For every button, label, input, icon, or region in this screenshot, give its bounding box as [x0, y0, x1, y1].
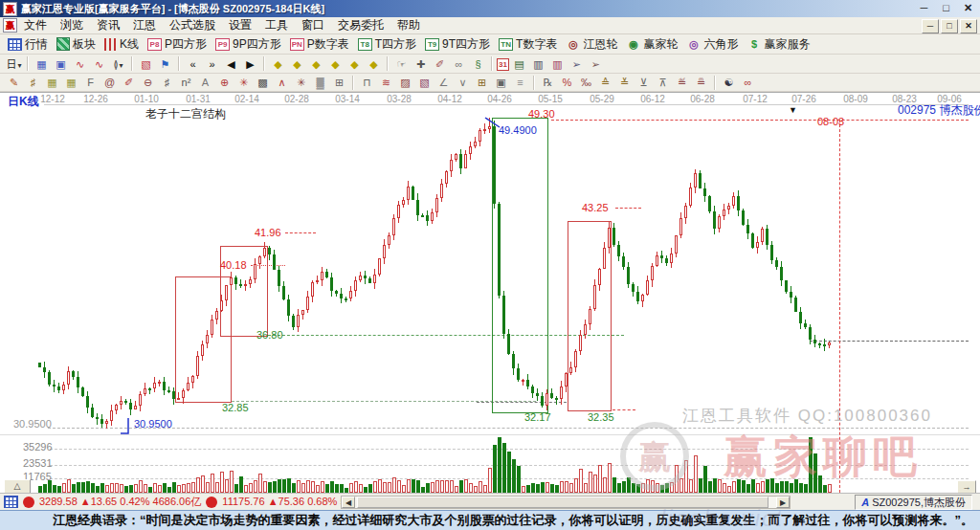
next-bar-icon[interactable]: ▶: [241, 56, 259, 72]
rays-icon[interactable]: ≋: [377, 75, 395, 90]
scroll-right-button[interactable]: →: [957, 480, 976, 494]
toolbar-quotes-button[interactable]: 行情: [5, 35, 53, 54]
save-disk-icon[interactable]: ▥: [548, 56, 567, 72]
tab-daily-kline[interactable]: 日K线: [8, 94, 39, 110]
quote-grid-icon[interactable]: [4, 496, 18, 508]
prev-bar-icon[interactable]: ◀: [222, 56, 240, 72]
lines-icon[interactable]: ≡: [511, 75, 529, 90]
window-layout-icon[interactable]: ▦: [33, 56, 51, 72]
calculator-icon[interactable]: ▤: [510, 56, 528, 72]
info-panel-icon[interactable]: ▣: [52, 56, 70, 72]
gann-diamond-6-icon[interactable]: ◆: [365, 56, 383, 72]
glasses-icon[interactable]: ∞: [450, 56, 468, 72]
menu-设置[interactable]: 设置: [222, 17, 258, 33]
ellipse-tool-icon[interactable]: ⊖: [139, 75, 157, 90]
down-wedge-icon[interactable]: ⊻: [635, 75, 653, 90]
hash2-icon[interactable]: ♯: [158, 75, 176, 90]
angle-tool-icon[interactable]: A: [196, 75, 214, 90]
toolbar-hexagon-button[interactable]: ◎六角形: [683, 35, 743, 54]
eq1-icon[interactable]: ≝: [673, 75, 691, 90]
menu-公式选股[interactable]: 公式选股: [163, 17, 222, 33]
toolbar-gann-wheel-button[interactable]: ◎江恩轮: [563, 35, 622, 54]
crosshair-icon[interactable]: ✚: [412, 56, 430, 72]
mdi-close-icon[interactable]: ✕: [960, 19, 977, 33]
angle-line-icon[interactable]: ∠: [434, 75, 453, 90]
shade-box-icon[interactable]: ▨: [396, 75, 414, 90]
burst2-icon[interactable]: ✳: [292, 75, 310, 90]
gann-diamond-4-icon[interactable]: ◆: [326, 56, 345, 72]
box-top-icon[interactable]: ⊓: [358, 75, 376, 90]
menu-浏览[interactable]: 浏览: [54, 17, 90, 33]
toolbar-sectors-button[interactable]: 板块: [54, 35, 100, 54]
hash-grid-icon[interactable]: ♯: [24, 75, 42, 90]
toolbar-9p-square-button[interactable]: P99P四方形: [212, 35, 286, 54]
infinity-icon[interactable]: ∞: [739, 75, 757, 90]
toolbar-winner-wheel-button[interactable]: ◉赢家轮: [623, 35, 682, 54]
yin-yang-icon[interactable]: ☯: [720, 75, 738, 90]
red-pen-icon[interactable]: ✐: [120, 75, 138, 90]
gann-diamond-2-icon[interactable]: ◆: [288, 56, 306, 72]
spiral-icon[interactable]: @: [100, 75, 119, 90]
maximize-icon[interactable]: □: [938, 1, 954, 15]
calendar-icon[interactable]: 31: [497, 58, 509, 71]
approx2-icon[interactable]: ≚: [615, 75, 634, 90]
export-icon[interactable]: ➢: [568, 56, 586, 72]
approx-icon[interactable]: ≙: [596, 75, 614, 90]
shade-box2-icon[interactable]: ▧: [415, 75, 434, 90]
rx-percent-icon[interactable]: ℞: [539, 75, 557, 90]
gann-diamond-3-icon[interactable]: ◆: [307, 56, 325, 72]
fibonacci-icon[interactable]: F: [81, 75, 100, 90]
n-square-icon[interactable]: n²: [177, 75, 195, 90]
close-icon[interactable]: ✕: [960, 1, 976, 15]
grid-plus-icon[interactable]: ⊞: [473, 75, 491, 90]
gann-diamond-1-icon[interactable]: ◆: [269, 56, 287, 72]
candle-style-selector[interactable]: ≬▾: [109, 56, 127, 72]
gann-diamond-5-icon[interactable]: ◆: [345, 56, 364, 72]
gann-overlay-icon[interactable]: ▧: [137, 56, 155, 72]
trend-curve-icon[interactable]: ∿: [71, 56, 89, 72]
toolbar-kline-button[interactable]: K线: [101, 35, 144, 54]
last-bar-icon[interactable]: »: [203, 56, 221, 72]
expand-volume-button[interactable]: △: [4, 479, 31, 494]
grid-box-icon[interactable]: ⊞: [330, 75, 348, 90]
multi-curve-icon[interactable]: ∿: [90, 56, 108, 72]
eq2-icon[interactable]: ≞: [692, 75, 710, 90]
mdi-minimize-icon[interactable]: ─: [922, 19, 939, 33]
period-day-selector[interactable]: 日▾: [5, 56, 23, 72]
scrollbar-left-icon[interactable]: ◀: [342, 497, 355, 508]
toolbar-p-number-table-button[interactable]: PNP数字表: [287, 35, 354, 54]
toolbar-winner-service-button[interactable]: $赢家服务: [744, 35, 814, 54]
permille-icon[interactable]: ‰: [577, 75, 595, 90]
up-wedge-icon[interactable]: ⊼: [654, 75, 672, 90]
menu-工具[interactable]: 工具: [258, 17, 295, 33]
toolbar-9t-square-button[interactable]: T99T四方形: [422, 35, 495, 54]
net-grid-icon[interactable]: ▩: [254, 75, 272, 90]
minimize-icon[interactable]: ─: [916, 1, 932, 15]
hand-tool-icon[interactable]: ☞: [392, 56, 411, 72]
menu-资讯[interactable]: 资讯: [90, 17, 126, 33]
save-layout-icon[interactable]: ▥: [529, 56, 547, 72]
mark-pen-icon[interactable]: ✐: [431, 56, 449, 72]
first-bar-icon[interactable]: «: [184, 56, 202, 72]
toolbar-t-square-button[interactable]: T8T四方形: [355, 35, 421, 54]
star-burst-icon[interactable]: ✳: [234, 75, 253, 90]
send-icon[interactable]: ➢: [587, 56, 605, 72]
target-icon[interactable]: ⊕: [215, 75, 234, 90]
square-stamp2-icon[interactable]: ▦: [62, 75, 80, 90]
mdi-restore-icon[interactable]: □: [941, 19, 958, 33]
filled-box-icon[interactable]: ▣: [492, 75, 510, 90]
percent-icon[interactable]: %: [558, 75, 576, 90]
menu-文件[interactable]: 文件: [17, 17, 54, 33]
mark-flag-icon[interactable]: ⚑: [156, 56, 174, 72]
check-line-icon[interactable]: ∨: [454, 75, 472, 90]
stats-icon[interactable]: §: [469, 56, 487, 72]
square-stamp-icon[interactable]: ▦: [43, 75, 61, 90]
toolbar-t-number-table-button[interactable]: TNT数字表: [496, 35, 562, 54]
peak-mark-icon[interactable]: ∧: [273, 75, 291, 90]
menu-窗口[interactable]: 窗口: [295, 17, 331, 33]
menu-交易委托[interactable]: 交易委托: [331, 17, 390, 33]
toolbar-p-square-button[interactable]: P8P四方形: [145, 35, 212, 54]
menu-江恩[interactable]: 江恩: [126, 17, 163, 33]
shade-icon[interactable]: ▓: [311, 75, 329, 90]
pen-tool-icon[interactable]: ✎: [5, 75, 23, 90]
